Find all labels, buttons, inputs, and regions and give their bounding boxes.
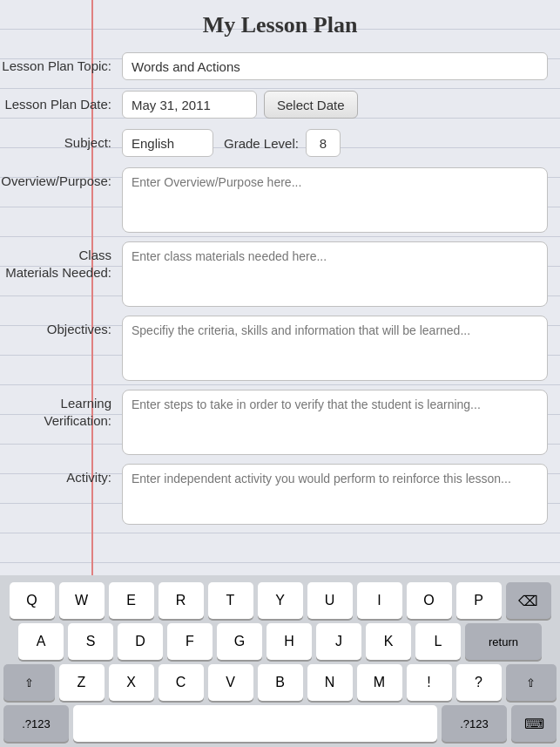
topic-input[interactable]	[122, 52, 548, 80]
shift-key[interactable]: ⇧	[3, 664, 55, 701]
return-key[interactable]: return	[465, 623, 542, 660]
activity-textarea[interactable]	[122, 464, 548, 525]
key-j[interactable]: J	[316, 623, 361, 660]
materials-row: Class Materials Needed:	[0, 236, 548, 310]
verification-controls	[122, 390, 548, 455]
verification-label: Learning Verification:	[0, 390, 122, 429]
overview-row: Overview/Purpose:	[0, 162, 548, 236]
key-c[interactable]: C	[159, 664, 204, 701]
topic-controls	[122, 52, 548, 80]
key-s[interactable]: S	[68, 623, 113, 660]
key-n[interactable]: N	[307, 664, 353, 701]
materials-textarea[interactable]	[122, 241, 548, 307]
keyboard: Q W E R T Y U I O P ⌫ A S D F G H J K L …	[0, 575, 560, 747]
key-h[interactable]: H	[267, 623, 312, 660]
keyboard-row-2: A S D F G H J K L return	[3, 623, 557, 660]
activity-controls	[122, 464, 548, 525]
shift-right-key[interactable]: ⇧	[506, 664, 557, 701]
notebook-paper: My Lesson Plan Lesson Plan Topic: Lesson…	[0, 0, 560, 575]
emoji-key[interactable]: ⌨	[511, 705, 557, 742]
grade-label: Grade Level:	[224, 136, 299, 151]
verification-row: Learning Verification:	[0, 384, 548, 458]
key-f[interactable]: F	[167, 623, 213, 660]
objectives-textarea[interactable]	[122, 316, 548, 381]
key-exclaim[interactable]: !	[407, 664, 452, 701]
key-m[interactable]: M	[357, 664, 402, 701]
key-y[interactable]: Y	[258, 582, 303, 619]
date-input[interactable]	[122, 91, 257, 119]
key-p[interactable]: P	[456, 582, 502, 619]
overview-textarea[interactable]	[122, 167, 548, 233]
key-question[interactable]: ?	[456, 664, 502, 701]
subject-input[interactable]	[122, 129, 213, 157]
backspace-key[interactable]: ⌫	[506, 582, 551, 619]
subject-label: Subject:	[0, 129, 122, 152]
keyboard-bottom-row: .?123 .?123 ⌨	[3, 705, 557, 742]
activity-label: Activity:	[0, 464, 122, 486]
key-z[interactable]: Z	[59, 664, 105, 701]
key-e[interactable]: E	[109, 582, 154, 619]
subject-controls: Grade Level:	[122, 129, 548, 157]
num-punct-key-right[interactable]: .?123	[442, 705, 507, 742]
key-t[interactable]: T	[208, 582, 253, 619]
activity-row: Activity:	[0, 458, 548, 528]
key-b[interactable]: B	[258, 664, 303, 701]
topic-label: Lesson Plan Topic:	[0, 52, 122, 75]
key-x[interactable]: X	[109, 664, 154, 701]
key-k[interactable]: K	[366, 623, 411, 660]
subject-row: Subject: Grade Level:	[0, 124, 548, 162]
key-u[interactable]: U	[307, 582, 353, 619]
page-title: My Lesson Plan	[0, 0, 560, 47]
materials-controls	[122, 241, 548, 307]
date-label: Lesson Plan Date:	[0, 91, 122, 113]
date-row: Lesson Plan Date: Select Date	[0, 85, 548, 124]
objectives-row: Objectives:	[0, 310, 548, 384]
key-d[interactable]: D	[118, 623, 163, 660]
materials-label: Class Materials Needed:	[0, 241, 122, 281]
keyboard-row-1: Q W E R T Y U I O P ⌫	[3, 582, 557, 619]
form-area: Lesson Plan Topic: Lesson Plan Date: Sel…	[0, 47, 560, 528]
verification-textarea[interactable]	[122, 390, 548, 455]
overview-controls	[122, 167, 548, 233]
topic-row: Lesson Plan Topic:	[0, 47, 548, 85]
key-g[interactable]: G	[217, 623, 262, 660]
objectives-label: Objectives:	[0, 316, 122, 338]
keyboard-row-3: ⇧ Z X C V B N M ! ? ⇧	[3, 664, 557, 701]
date-controls: Select Date	[122, 91, 548, 119]
key-o[interactable]: O	[407, 582, 452, 619]
space-key[interactable]	[73, 705, 437, 742]
key-i[interactable]: I	[357, 582, 402, 619]
key-l[interactable]: L	[415, 623, 461, 660]
overview-label: Overview/Purpose:	[0, 167, 122, 190]
grade-input[interactable]	[306, 129, 341, 157]
key-v[interactable]: V	[208, 664, 253, 701]
select-date-button[interactable]: Select Date	[264, 91, 358, 119]
key-a[interactable]: A	[18, 623, 64, 660]
num-punct-key-left[interactable]: .?123	[3, 705, 69, 742]
key-q[interactable]: Q	[10, 582, 55, 619]
key-w[interactable]: W	[59, 582, 105, 619]
objectives-controls	[122, 316, 548, 381]
key-r[interactable]: R	[159, 582, 204, 619]
